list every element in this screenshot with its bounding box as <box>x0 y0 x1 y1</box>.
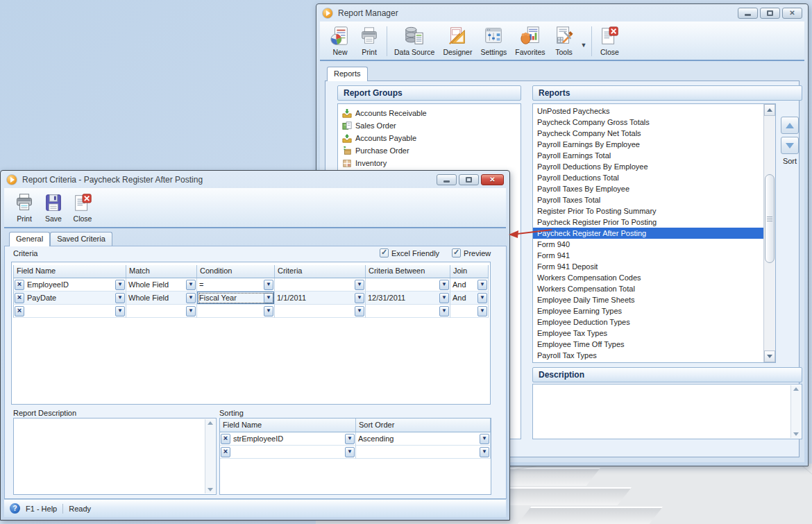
criteria-cell[interactable]: 1/1/2011▼ <box>275 291 366 305</box>
remove-row-button[interactable]: × <box>15 280 24 290</box>
print-button[interactable]: Print <box>355 24 384 58</box>
preview-checkbox[interactable]: Preview <box>452 248 491 257</box>
group-item[interactable]: Accounts Receivable <box>338 107 521 119</box>
designer-button[interactable]: Designer <box>439 24 476 58</box>
report-list-item[interactable]: Paycheck Company Net Totals <box>533 128 775 139</box>
description-body[interactable] <box>532 384 802 439</box>
tab-reports[interactable]: Reports <box>327 67 368 81</box>
dropdown-button[interactable]: ▼ <box>355 293 364 303</box>
field-name-cell[interactable]: × PayDate ▼ <box>13 291 126 305</box>
dropdown-button[interactable]: ▼ <box>115 306 125 316</box>
remove-row-button[interactable]: × <box>221 447 230 457</box>
report-list-item[interactable]: Employee Deduction Types <box>533 316 775 328</box>
dropdown-button[interactable]: ▼ <box>480 447 489 457</box>
report-list-item[interactable]: Form 940 <box>533 239 775 250</box>
close-report-button[interactable]: Close <box>595 24 624 58</box>
dropdown-button[interactable]: ▼ <box>355 280 364 290</box>
report-list-item[interactable]: Payroll Earnings By Employee <box>533 139 775 150</box>
remove-row-button[interactable]: × <box>221 434 230 444</box>
new-button[interactable]: New <box>325 24 355 58</box>
scroll-thumb[interactable] <box>765 174 775 263</box>
report-list-item[interactable]: Payroll Tax Types <box>533 350 775 361</box>
close-button[interactable]: ✕ <box>481 174 504 185</box>
criteria-cell[interactable]: ▼ <box>275 278 366 291</box>
report-description-textarea[interactable] <box>13 418 217 495</box>
condition-cell-focused[interactable]: Fiscal Year▼ <box>197 291 275 305</box>
report-list-item[interactable]: Form 941 <box>533 250 775 261</box>
report-list-item[interactable]: Register Prior To Posting Summary <box>533 205 775 217</box>
minimize-button[interactable] <box>437 174 457 185</box>
data-source-button[interactable]: Data Source <box>390 24 439 58</box>
tools-dropdown-arrow[interactable]: ▼ <box>579 42 589 49</box>
sort-field-cell[interactable]: × strEmployeeID ▼ <box>220 432 356 446</box>
dropdown-button[interactable]: ▼ <box>439 293 449 303</box>
dropdown-button[interactable]: ▼ <box>186 280 196 290</box>
match-cell[interactable]: ▼ <box>126 305 197 318</box>
help-icon[interactable]: ? <box>10 503 20 514</box>
match-cell[interactable]: Whole Field▼ <box>126 291 197 305</box>
report-list-item[interactable]: Payroll Deductions By Employee <box>533 161 775 172</box>
condition-cell[interactable]: ▼ <box>197 305 275 318</box>
dropdown-button[interactable]: ▼ <box>345 434 355 444</box>
remove-row-button[interactable]: × <box>15 306 24 316</box>
dropdown-button[interactable]: ▼ <box>186 306 196 316</box>
checkbox-checked[interactable] <box>452 248 461 257</box>
reports-scrollbar[interactable] <box>763 104 775 362</box>
sort-up-button[interactable] <box>781 117 799 134</box>
report-list-item[interactable]: Employee Tax Types <box>533 328 775 339</box>
description-scrollbar[interactable] <box>790 385 801 438</box>
sort-field-cell[interactable]: × ▼ <box>220 446 356 459</box>
close-button[interactable]: ✕ <box>782 8 802 19</box>
join-cell[interactable]: And▼ <box>450 278 489 291</box>
dropdown-button[interactable]: ▼ <box>115 293 125 303</box>
field-name-cell[interactable]: × EmployeeID ▼ <box>13 278 126 291</box>
save-button[interactable]: Save <box>39 191 68 225</box>
remove-row-button[interactable]: × <box>15 293 24 303</box>
report-list-item-selected[interactable]: Paycheck Register After Posting <box>533 228 764 239</box>
dropdown-button[interactable]: ▼ <box>439 306 449 316</box>
criteria-between-cell[interactable]: ▼ <box>366 305 450 318</box>
dropdown-button[interactable]: ▼ <box>264 293 273 303</box>
report-list-item[interactable]: Employee Earning Types <box>533 305 775 316</box>
dropdown-button[interactable]: ▼ <box>264 306 273 316</box>
dropdown-button[interactable]: ▼ <box>264 280 273 290</box>
sort-order-cell[interactable]: ▼ <box>356 446 491 459</box>
report-list-item[interactable]: Payroll Taxes By Employee <box>533 183 775 194</box>
dropdown-button[interactable]: ▼ <box>477 280 487 290</box>
report-manager-titlebar[interactable]: Report Manager ✕ <box>316 4 808 22</box>
criteria-between-cell[interactable]: ▼ <box>366 278 450 291</box>
checkbox-checked[interactable] <box>380 248 389 257</box>
tools-button[interactable]: Tools <box>550 24 579 58</box>
report-list-item[interactable]: Form 941 Deposit <box>533 261 775 272</box>
criteria-between-cell[interactable]: 12/31/2011▼ <box>366 291 450 305</box>
field-name-cell[interactable]: × ▼ <box>13 305 126 318</box>
description-scrollbar[interactable] <box>205 419 215 493</box>
join-cell[interactable]: And▼ <box>450 291 489 305</box>
maximize-button[interactable] <box>760 8 780 19</box>
favorites-button[interactable]: Favorites <box>511 24 549 58</box>
report-list-item[interactable]: Workers Compensation Total <box>533 283 775 294</box>
criteria-cell[interactable]: ▼ <box>275 305 366 318</box>
report-list-item[interactable]: UnPosted Paychecks <box>533 105 775 117</box>
dropdown-button[interactable]: ▼ <box>439 280 449 290</box>
group-item[interactable]: Sales Order <box>338 119 521 132</box>
report-list-item[interactable]: Payroll Earnings Total <box>533 150 775 161</box>
condition-cell[interactable]: =▼ <box>197 278 275 291</box>
report-list-item[interactable]: Payroll Posting Types <box>533 361 775 363</box>
sort-down-button[interactable] <box>781 137 799 154</box>
group-item[interactable]: Inventory <box>338 157 521 169</box>
report-list-item[interactable]: Payroll Deductions Total <box>533 172 775 183</box>
report-list-item[interactable]: Paycheck Register Prior To Posting <box>533 217 775 228</box>
report-list-item[interactable]: Employee Daily Time Sheets <box>533 294 775 305</box>
dropdown-button[interactable]: ▼ <box>345 447 355 457</box>
join-cell[interactable]: ▼ <box>450 305 489 318</box>
settings-button[interactable]: Settings <box>476 24 511 58</box>
minimize-button[interactable] <box>738 8 758 19</box>
dropdown-button[interactable]: ▼ <box>480 434 489 444</box>
tab-general[interactable]: General <box>9 232 50 246</box>
close-criteria-button[interactable]: Close <box>68 191 97 225</box>
match-cell[interactable]: Whole Field▼ <box>126 278 197 291</box>
scroll-down-button[interactable] <box>764 350 775 362</box>
dropdown-button[interactable]: ▼ <box>477 293 487 303</box>
report-list-item[interactable]: Paycheck Company Gross Totals <box>533 117 775 128</box>
